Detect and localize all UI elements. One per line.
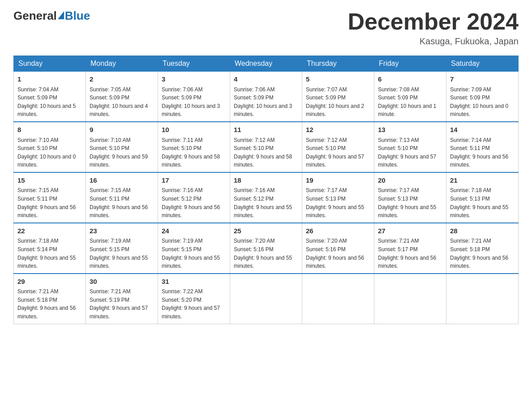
day-info: Sunrise: 7:06 AM Sunset: 5:09 PM Dayligh… xyxy=(162,86,226,119)
calendar-cell: 26 Sunrise: 7:20 AM Sunset: 5:16 PM Dayl… xyxy=(302,223,374,274)
day-number: 12 xyxy=(306,125,370,135)
day-number: 9 xyxy=(90,125,154,135)
day-of-week-header: Sunday xyxy=(14,56,86,72)
calendar-cell: 10 Sunrise: 7:11 AM Sunset: 5:10 PM Dayl… xyxy=(158,122,230,172)
calendar-cell: 1 Sunrise: 7:04 AM Sunset: 5:09 PM Dayli… xyxy=(14,72,86,122)
day-info: Sunrise: 7:16 AM Sunset: 5:12 PM Dayligh… xyxy=(162,186,226,219)
day-info: Sunrise: 7:12 AM Sunset: 5:10 PM Dayligh… xyxy=(234,136,298,169)
calendar-week-row: 22 Sunrise: 7:18 AM Sunset: 5:14 PM Dayl… xyxy=(14,223,519,274)
day-number: 28 xyxy=(450,226,515,236)
calendar-cell: 9 Sunrise: 7:10 AM Sunset: 5:10 PM Dayli… xyxy=(86,122,158,172)
calendar-cell: 16 Sunrise: 7:15 AM Sunset: 5:11 PM Dayl… xyxy=(86,172,158,223)
calendar-cell: 22 Sunrise: 7:18 AM Sunset: 5:14 PM Dayl… xyxy=(14,223,86,274)
day-info: Sunrise: 7:15 AM Sunset: 5:11 PM Dayligh… xyxy=(90,186,154,219)
day-info: Sunrise: 7:13 AM Sunset: 5:10 PM Dayligh… xyxy=(378,136,442,169)
day-number: 7 xyxy=(450,74,515,85)
calendar-cell: 20 Sunrise: 7:17 AM Sunset: 5:13 PM Dayl… xyxy=(374,172,446,223)
day-info: Sunrise: 7:07 AM Sunset: 5:09 PM Dayligh… xyxy=(306,86,370,119)
day-of-week-header: Saturday xyxy=(446,56,519,72)
calendar-cell: 12 Sunrise: 7:12 AM Sunset: 5:10 PM Dayl… xyxy=(302,122,374,172)
calendar-cell: 19 Sunrise: 7:17 AM Sunset: 5:13 PM Dayl… xyxy=(302,172,374,223)
day-info: Sunrise: 7:06 AM Sunset: 5:09 PM Dayligh… xyxy=(234,86,298,119)
day-info: Sunrise: 7:12 AM Sunset: 5:10 PM Dayligh… xyxy=(306,136,370,169)
logo-triangle-icon xyxy=(58,11,64,19)
day-number: 14 xyxy=(450,125,515,135)
day-info: Sunrise: 7:04 AM Sunset: 5:09 PM Dayligh… xyxy=(17,86,82,119)
calendar-cell: 6 Sunrise: 7:08 AM Sunset: 5:09 PM Dayli… xyxy=(374,72,446,122)
calendar-week-row: 15 Sunrise: 7:15 AM Sunset: 5:11 PM Dayl… xyxy=(14,172,519,223)
logo-blue-text: Blue xyxy=(65,9,90,23)
location-title: Kasuga, Fukuoka, Japan xyxy=(348,36,519,47)
calendar-cell: 17 Sunrise: 7:16 AM Sunset: 5:12 PM Dayl… xyxy=(158,172,230,223)
day-info: Sunrise: 7:05 AM Sunset: 5:09 PM Dayligh… xyxy=(90,86,154,119)
calendar-header-row: SundayMondayTuesdayWednesdayThursdayFrid… xyxy=(14,56,519,72)
day-number: 23 xyxy=(90,226,154,236)
day-info: Sunrise: 7:18 AM Sunset: 5:13 PM Dayligh… xyxy=(450,186,515,219)
day-of-week-header: Friday xyxy=(374,56,446,72)
day-info: Sunrise: 7:20 AM Sunset: 5:16 PM Dayligh… xyxy=(234,237,298,270)
calendar-cell: 27 Sunrise: 7:21 AM Sunset: 5:17 PM Dayl… xyxy=(374,223,446,274)
day-info: Sunrise: 7:10 AM Sunset: 5:10 PM Dayligh… xyxy=(17,136,82,169)
day-number: 21 xyxy=(450,176,515,186)
day-number: 19 xyxy=(306,176,370,186)
day-number: 17 xyxy=(162,176,226,186)
calendar-cell: 4 Sunrise: 7:06 AM Sunset: 5:09 PM Dayli… xyxy=(230,72,302,122)
day-number: 26 xyxy=(306,226,370,236)
calendar-week-row: 29 Sunrise: 7:21 AM Sunset: 5:18 PM Dayl… xyxy=(14,274,519,324)
calendar-cell: 7 Sunrise: 7:09 AM Sunset: 5:09 PM Dayli… xyxy=(446,72,519,122)
day-number: 16 xyxy=(90,176,154,186)
day-info: Sunrise: 7:11 AM Sunset: 5:10 PM Dayligh… xyxy=(162,136,226,169)
day-info: Sunrise: 7:16 AM Sunset: 5:12 PM Dayligh… xyxy=(234,186,298,219)
calendar-cell: 25 Sunrise: 7:20 AM Sunset: 5:16 PM Dayl… xyxy=(230,223,302,274)
day-of-week-header: Tuesday xyxy=(158,56,230,72)
day-info: Sunrise: 7:17 AM Sunset: 5:13 PM Dayligh… xyxy=(378,186,442,219)
logo-general-text: General xyxy=(13,9,57,23)
day-number: 8 xyxy=(17,125,82,135)
title-section: December 2024 Kasuga, Fukuoka, Japan xyxy=(348,9,519,47)
day-number: 27 xyxy=(378,226,442,236)
day-info: Sunrise: 7:20 AM Sunset: 5:16 PM Dayligh… xyxy=(306,237,370,270)
day-info: Sunrise: 7:19 AM Sunset: 5:15 PM Dayligh… xyxy=(90,237,154,270)
day-number: 5 xyxy=(306,74,370,85)
calendar-cell: 2 Sunrise: 7:05 AM Sunset: 5:09 PM Dayli… xyxy=(86,72,158,122)
day-info: Sunrise: 7:22 AM Sunset: 5:20 PM Dayligh… xyxy=(162,287,226,321)
calendar-cell xyxy=(374,274,446,324)
day-info: Sunrise: 7:19 AM Sunset: 5:15 PM Dayligh… xyxy=(162,237,226,270)
calendar-cell: 8 Sunrise: 7:10 AM Sunset: 5:10 PM Dayli… xyxy=(14,122,86,172)
day-info: Sunrise: 7:21 AM Sunset: 5:18 PM Dayligh… xyxy=(450,237,515,270)
day-number: 24 xyxy=(162,226,226,236)
calendar-cell: 29 Sunrise: 7:21 AM Sunset: 5:18 PM Dayl… xyxy=(14,274,86,324)
day-info: Sunrise: 7:15 AM Sunset: 5:11 PM Dayligh… xyxy=(17,186,82,219)
calendar-cell: 13 Sunrise: 7:13 AM Sunset: 5:10 PM Dayl… xyxy=(374,122,446,172)
day-info: Sunrise: 7:09 AM Sunset: 5:09 PM Dayligh… xyxy=(450,86,515,119)
day-of-week-header: Monday xyxy=(86,56,158,72)
calendar-cell: 28 Sunrise: 7:21 AM Sunset: 5:18 PM Dayl… xyxy=(446,223,519,274)
calendar-cell xyxy=(230,274,302,324)
calendar-cell: 31 Sunrise: 7:22 AM Sunset: 5:20 PM Dayl… xyxy=(158,274,230,324)
day-info: Sunrise: 7:10 AM Sunset: 5:10 PM Dayligh… xyxy=(90,136,154,169)
day-number: 10 xyxy=(162,125,226,135)
calendar-week-row: 1 Sunrise: 7:04 AM Sunset: 5:09 PM Dayli… xyxy=(14,72,519,122)
day-number: 11 xyxy=(234,125,298,135)
day-number: 15 xyxy=(17,176,82,186)
logo: General Blue xyxy=(13,9,90,23)
day-info: Sunrise: 7:18 AM Sunset: 5:14 PM Dayligh… xyxy=(17,237,82,270)
day-number: 18 xyxy=(234,176,298,186)
day-number: 4 xyxy=(234,74,298,85)
day-number: 6 xyxy=(378,74,442,85)
calendar-cell xyxy=(446,274,519,324)
calendar-week-row: 8 Sunrise: 7:10 AM Sunset: 5:10 PM Dayli… xyxy=(14,122,519,172)
day-number: 13 xyxy=(378,125,442,135)
day-number: 22 xyxy=(17,226,82,236)
day-number: 25 xyxy=(234,226,298,236)
day-info: Sunrise: 7:17 AM Sunset: 5:13 PM Dayligh… xyxy=(306,186,370,219)
page-header: General Blue December 2024 Kasuga, Fukuo… xyxy=(13,9,519,47)
logo-text: General Blue xyxy=(13,9,90,23)
day-number: 20 xyxy=(378,176,442,186)
month-title: December 2024 xyxy=(348,9,519,34)
day-of-week-header: Wednesday xyxy=(230,56,302,72)
day-info: Sunrise: 7:21 AM Sunset: 5:17 PM Dayligh… xyxy=(378,237,442,270)
day-number: 3 xyxy=(162,74,226,85)
calendar-cell: 24 Sunrise: 7:19 AM Sunset: 5:15 PM Dayl… xyxy=(158,223,230,274)
calendar-cell: 15 Sunrise: 7:15 AM Sunset: 5:11 PM Dayl… xyxy=(14,172,86,223)
